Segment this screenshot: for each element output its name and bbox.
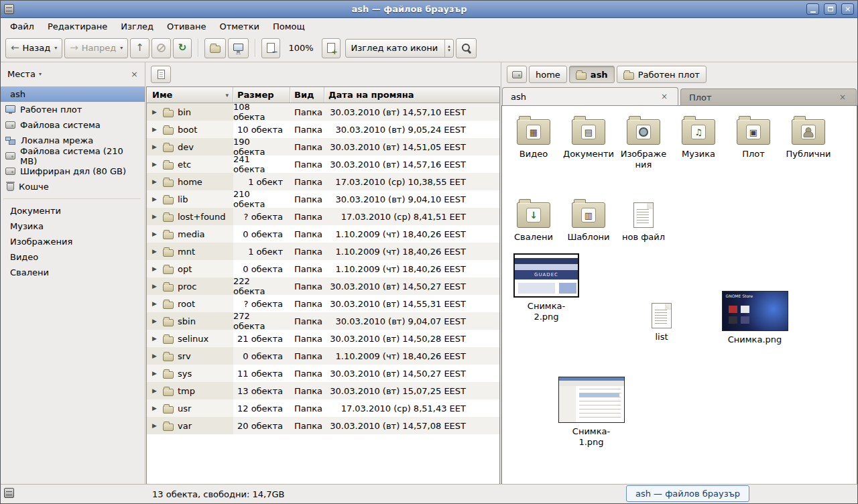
folder-item[interactable]: Свалени [506, 198, 561, 243]
expander-icon[interactable]: ▶ [152, 300, 159, 307]
menu-item[interactable]: Отметки [212, 19, 265, 34]
table-row[interactable]: ▶ selinux 21 обекта Папка 30.03.2010 (вт… [147, 330, 499, 347]
view-mode-select[interactable]: Изглед като икони ▴▾ [345, 39, 454, 58]
file-item-snimka2[interactable]: GUADEC Снимка-2.png [513, 253, 580, 322]
forward-button[interactable]: → Напред ▾ [64, 38, 128, 58]
close-button[interactable]: × [841, 3, 854, 15]
table-row[interactable]: ▶ media 0 обекта Папка 1.10.2009 (чт) 18… [147, 225, 499, 243]
table-row[interactable]: ▶ dev 190 обекта Папка 30.03.2010 (вт) 1… [147, 138, 499, 155]
sidebar-item[interactable]: ash [1, 86, 145, 102]
column-header-modified[interactable]: Дата на промяна [324, 87, 499, 103]
expander-icon[interactable]: ▶ [152, 422, 159, 429]
sidebar-item[interactable]: Видео [1, 249, 145, 265]
folder-item[interactable]: Музика [671, 115, 726, 170]
home-button[interactable] [204, 38, 226, 58]
expander-icon[interactable]: ▶ [152, 161, 159, 168]
sidebar-combo-chevron-icon[interactable]: ▾ [39, 71, 42, 77]
file-item-list[interactable]: list [628, 299, 695, 342]
taskbar-window-button[interactable]: ash — файлов браузър [626, 485, 749, 502]
expander-icon[interactable]: ▶ [152, 265, 159, 272]
path-button-desktop[interactable]: Работен плот [617, 66, 707, 83]
back-button[interactable]: ← Назад ▾ [5, 38, 62, 58]
table-row[interactable]: ▶ home 1 обект Папка 17.03.2010 (ср) 10,… [147, 173, 499, 190]
back-history-chevron-icon[interactable]: ▾ [54, 45, 57, 51]
file-item-new-file[interactable]: нов файл [616, 198, 671, 243]
table-row[interactable]: ▶ etc 241 обекта Папка 30.03.2010 (вт) 1… [147, 155, 499, 173]
panel-launcher-icon[interactable] [4, 488, 14, 498]
up-button[interactable]: ↑ [130, 38, 149, 58]
expander-icon[interactable]: ▶ [152, 178, 159, 185]
table-row[interactable]: ▶ sbin 272 обекта Папка 30.03.2010 (вт) … [147, 312, 499, 330]
expander-icon[interactable]: ▶ [152, 318, 159, 324]
computer-button[interactable] [228, 38, 249, 58]
reload-button[interactable]: ↻ [173, 38, 192, 58]
table-row[interactable]: ▶ tmp 13 обекта Папка 30.03.2010 (вт) 15… [147, 382, 499, 399]
folder-item[interactable]: Шаблони [561, 198, 616, 243]
spinner-arrows-icon[interactable]: ▴▾ [444, 40, 453, 57]
expander-icon[interactable]: ▶ [152, 109, 159, 115]
menu-item[interactable]: Изглед [114, 19, 160, 34]
path-button-ash[interactable]: ash [569, 66, 615, 83]
column-header-type[interactable]: Вид [290, 87, 324, 103]
sidebar-item[interactable]: Свалени [1, 265, 145, 280]
table-row[interactable]: ▶ lib 210 обекта Папка 30.03.2010 (вт) 9… [147, 190, 499, 208]
expander-icon[interactable]: ▶ [152, 143, 159, 150]
sidebar-item[interactable]: Изображения [1, 234, 145, 249]
maximize-button[interactable] [824, 3, 837, 15]
expander-icon[interactable]: ▶ [152, 196, 159, 202]
expander-icon[interactable]: ▶ [152, 405, 159, 412]
table-row[interactable]: ▶ var 20 обекта Папка 30.03.2010 (вт) 14… [147, 417, 499, 434]
table-row[interactable]: ▶ opt 0 обекта Папка 1.10.2009 (чт) 18,4… [147, 260, 499, 277]
column-header-name[interactable]: Име ▾ [147, 87, 233, 103]
tab-ash[interactable]: ash × [502, 87, 678, 105]
location-icon-button[interactable] [151, 66, 171, 83]
expander-icon[interactable]: ▶ [152, 213, 159, 220]
tab-plot[interactable]: Плот × [680, 88, 857, 105]
sidebar-item[interactable]: Работен плот [1, 102, 145, 117]
table-row[interactable]: ▶ sys 11 обекта Папка 30.03.2010 (вт) 14… [147, 365, 499, 382]
table-row[interactable]: ▶ root ? обекта Папка 30.03.2010 (вт) 14… [147, 295, 499, 312]
stop-button[interactable] [151, 38, 171, 58]
expander-icon[interactable]: ▶ [152, 387, 159, 394]
expander-icon[interactable]: ▶ [152, 335, 159, 342]
expander-icon[interactable]: ▶ [152, 126, 159, 133]
sidebar-item[interactable]: Файлова система (210 MB) [1, 148, 145, 164]
table-row[interactable]: ▶ mnt 1 обект Папка 1.10.2009 (чт) 18,40… [147, 243, 499, 260]
folder-item[interactable]: Изображения [616, 115, 671, 170]
zoom-in-button[interactable] [322, 38, 341, 58]
zoom-out-button[interactable] [261, 38, 280, 58]
expander-icon[interactable]: ▶ [152, 231, 159, 237]
file-item-snimka1[interactable]: Снимка-1.png [558, 377, 625, 448]
minimize-button[interactable] [806, 3, 819, 15]
tab-close-icon[interactable]: × [659, 91, 670, 102]
table-row[interactable]: ▶ srv 0 обекта Папка 1.10.2009 (чт) 18,4… [147, 347, 499, 365]
menu-item[interactable]: Помощ [266, 19, 312, 34]
path-root-button[interactable] [507, 66, 527, 83]
file-item-snimka[interactable]: GNOME Store Снимка.png [721, 291, 788, 345]
table-row[interactable]: ▶ proc 222 обекта Папка 30.03.2010 (вт) … [147, 277, 499, 295]
menu-item[interactable]: Редактиране [41, 19, 114, 34]
sidebar-item[interactable]: Документи [1, 203, 145, 218]
folder-item[interactable]: Документи [561, 115, 616, 170]
expander-icon[interactable]: ▶ [152, 248, 159, 255]
menu-item[interactable]: Файл [3, 19, 41, 34]
sidebar-item[interactable]: Кошче [1, 179, 145, 194]
expander-icon[interactable]: ▶ [152, 283, 159, 290]
expander-icon[interactable]: ▶ [152, 353, 159, 359]
search-button[interactable] [456, 38, 477, 58]
tab-close-icon[interactable]: × [837, 92, 848, 103]
sidebar-item[interactable]: Файлова система [1, 117, 145, 133]
sidebar-item[interactable]: Шифриран дял (80 GB) [1, 164, 145, 179]
sidebar-item[interactable]: Музика [1, 218, 145, 234]
window-menu-icon[interactable] [4, 4, 14, 14]
menu-item[interactable]: Отиване [160, 19, 212, 34]
column-header-size[interactable]: Размер [233, 87, 290, 103]
folder-item[interactable]: Видео [506, 115, 561, 170]
sidebar-title[interactable]: Места [7, 69, 36, 79]
table-row[interactable]: ▶ bin 108 обекта Папка 30.03.2010 (вт) 1… [147, 103, 499, 121]
table-row[interactable]: ▶ boot 10 обекта Папка 30.03.2010 (вт) 9… [147, 121, 499, 138]
table-row[interactable]: ▶ usr 12 обекта Папка 17.03.2010 (ср) 8,… [147, 399, 499, 417]
expander-icon[interactable]: ▶ [152, 370, 159, 377]
table-row[interactable]: ▶ lost+found ? обекта Папка 17.03.2010 (… [147, 208, 499, 225]
sidebar-close-icon[interactable]: × [131, 69, 138, 79]
